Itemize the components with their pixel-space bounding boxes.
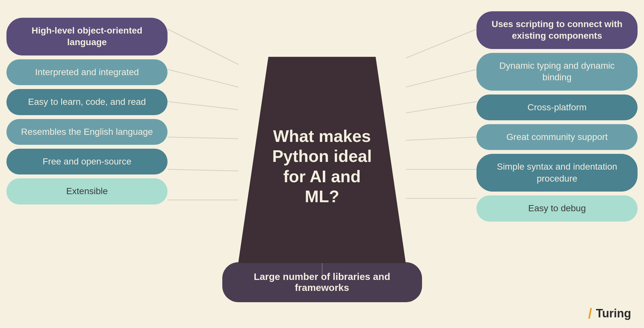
svg-line-1 (168, 69, 238, 87)
pill-community: Great community support (476, 124, 638, 150)
turing-slash-icon: / (588, 305, 592, 322)
left-column: High-level object-oriented language Inte… (6, 0, 168, 328)
infographic: High-level object-oriented language Inte… (0, 0, 644, 328)
svg-line-0 (168, 29, 238, 65)
svg-line-8 (406, 102, 477, 113)
pill-high-level: High-level object-oriented language (6, 18, 168, 55)
pill-free: Free and open-source (6, 149, 168, 174)
svg-line-9 (406, 137, 477, 140)
svg-line-4 (168, 169, 238, 171)
svg-line-3 (168, 137, 238, 139)
center-trapezoid: What makes Python ideal for AI and ML? (238, 57, 406, 263)
bottom-pill: Large number of libraries and frameworks (222, 262, 422, 302)
pill-syntax: Simple syntax and indentation procedure (476, 154, 638, 192)
turing-logo: / Turing (588, 305, 631, 322)
pill-extensible: Extensible (6, 178, 168, 204)
turing-brand-name: Turing (596, 307, 631, 320)
pill-resembles: Resembles the English language (6, 119, 168, 145)
pill-debug: Easy to debug (476, 195, 638, 221)
pill-interpreted: Interpreted and integrated (6, 59, 168, 85)
svg-line-7 (406, 69, 477, 87)
center-title: What makes Python ideal for AI and ML? (272, 120, 372, 207)
pill-scripting: Uses scripting to connect with existing … (476, 11, 638, 49)
pill-easy-learn: Easy to learn, code, and read (6, 89, 168, 115)
pill-cross-platform: Cross-platform (476, 94, 638, 120)
right-column: Uses scripting to connect with existing … (476, 0, 638, 328)
svg-line-6 (406, 29, 477, 58)
pill-dynamic: Dynamic typing and dynamic binding (476, 53, 638, 91)
svg-line-2 (168, 102, 238, 110)
